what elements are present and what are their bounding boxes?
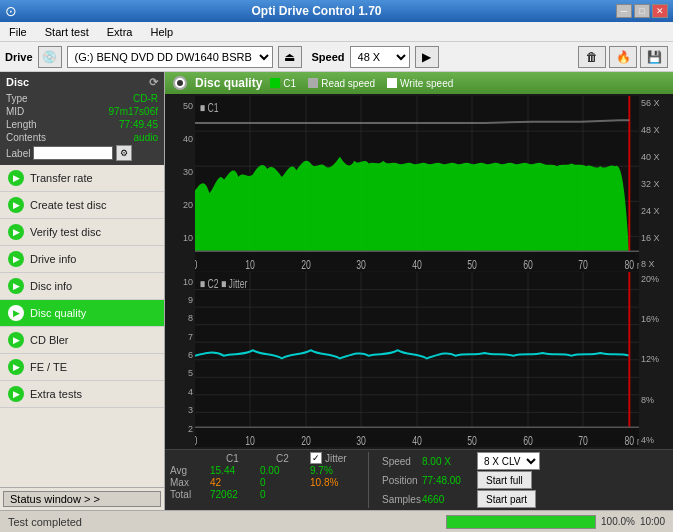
status-window-button[interactable]: Status window > > [3, 491, 161, 507]
progress-pct: 100.0% [601, 516, 635, 527]
start-full-button[interactable]: Start full [477, 471, 532, 489]
speed-label: Speed [312, 51, 345, 63]
contents-value: audio [134, 132, 158, 143]
fe-te-icon: ▶ [8, 359, 24, 375]
drive-info-icon: ▶ [8, 251, 24, 267]
svg-text:50: 50 [467, 433, 477, 447]
chart-legend: C1 Read speed Write speed [270, 78, 453, 89]
extra-tests-label: Extra tests [30, 388, 82, 400]
sidebar-item-fe-te[interactable]: ▶ FE / TE [0, 354, 164, 381]
svg-text:min: min [637, 260, 639, 272]
sidebar-item-create-test-disc[interactable]: ▶ Create test disc [0, 192, 164, 219]
avg-c1-value: 15.44 [210, 465, 255, 476]
drive-icon-btn[interactable]: 💿 [38, 46, 62, 68]
legend-write-speed-label: Write speed [400, 78, 453, 89]
svg-text:30: 30 [356, 433, 366, 447]
sidebar-item-disc-info[interactable]: ▶ Disc info [0, 273, 164, 300]
chart1-y-right: 56 X48 X40 X32 X24 X16 X8 X [639, 96, 671, 272]
position-value: 77:48.00 [422, 475, 467, 486]
menu-file[interactable]: File [5, 25, 31, 39]
speed-info-label: Speed [382, 456, 417, 467]
save-button[interactable]: 💾 [640, 46, 668, 68]
disc-quality-label: Disc quality [30, 307, 86, 319]
jitter-checkbox[interactable]: ✓ [310, 452, 322, 464]
titlebar: ⊙ Opti Drive Control 1.70 ─ □ ✕ [0, 0, 673, 22]
svg-text:10: 10 [245, 433, 255, 447]
svg-text:80: 80 [625, 433, 635, 447]
maximize-button[interactable]: □ [634, 4, 650, 18]
status-text: Test completed [0, 516, 446, 528]
speed-arrow-btn[interactable]: ▶ [415, 46, 439, 68]
max-c1-value: 42 [210, 477, 255, 488]
svg-text:■ C2  ■ Jitter: ■ C2 ■ Jitter [200, 276, 248, 290]
max-label: Max [170, 477, 205, 488]
chart-main-title: Disc quality [195, 76, 262, 90]
length-label: Length [6, 119, 37, 130]
disc-info-label: Disc info [30, 280, 72, 292]
erase-button[interactable]: 🗑 [578, 46, 606, 68]
create-test-disc-icon: ▶ [8, 197, 24, 213]
clv-select[interactable]: 8 X CLV [477, 452, 540, 470]
avg-jitter-value: 9.7% [310, 465, 355, 476]
menu-start-test[interactable]: Start test [41, 25, 93, 39]
eject-button[interactable]: ⏏ [278, 46, 302, 68]
label-settings-btn[interactable]: ⚙ [116, 145, 132, 161]
close-button[interactable]: ✕ [652, 4, 668, 18]
legend-c1: C1 [270, 78, 296, 89]
drive-info-label: Drive info [30, 253, 76, 265]
svg-text:0: 0 [195, 257, 198, 271]
app-title: Opti Drive Control 1.70 [17, 4, 616, 18]
create-test-disc-label: Create test disc [30, 199, 106, 211]
label-label: Label [6, 148, 30, 159]
chart2-y-right: 20%16%12%8%4% [639, 272, 671, 448]
sidebar-item-cd-bler[interactable]: ▶ CD Bler [0, 327, 164, 354]
legend-write-speed: Write speed [387, 78, 453, 89]
drive-select[interactable]: (G:) BENQ DVD DD DW1640 BSRB [67, 46, 273, 68]
chart2-svg-area: 0 10 20 30 40 50 60 70 80 min ■ C2 ■ Jit… [195, 272, 639, 448]
verify-test-disc-label: Verify test disc [30, 226, 101, 238]
charts-area: 5040302010 [165, 94, 673, 449]
jitter-checkbox-wrap: ✓ Jitter [310, 452, 347, 464]
burn-button[interactable]: 🔥 [609, 46, 637, 68]
main-area: Disc ⟳ Type CD-R MID 97m17s06f Length 77… [0, 72, 673, 510]
label-input-field[interactable] [33, 146, 113, 160]
start-part-button[interactable]: Start part [477, 490, 536, 508]
disc-quality-header-icon [173, 76, 187, 90]
legend-write-speed-box [387, 78, 397, 88]
sidebar-item-extra-tests[interactable]: ▶ Extra tests [0, 381, 164, 408]
sidebar-item-drive-info[interactable]: ▶ Drive info [0, 246, 164, 273]
minimize-button[interactable]: ─ [616, 4, 632, 18]
disc-panel-title: Disc [6, 76, 29, 89]
window-controls: ─ □ ✕ [616, 4, 668, 18]
chart2-svg: 0 10 20 30 40 50 60 70 80 min ■ C2 ■ Jit… [195, 272, 639, 448]
progress-area: 100.0% 10:00 [446, 515, 673, 529]
cd-bler-icon: ▶ [8, 332, 24, 348]
sidebar-item-verify-test-disc[interactable]: ▶ Verify test disc [0, 219, 164, 246]
svg-text:60: 60 [523, 257, 533, 271]
svg-text:50: 50 [467, 257, 477, 271]
type-label: Type [6, 93, 28, 104]
menu-help[interactable]: Help [146, 25, 177, 39]
menu-extra[interactable]: Extra [103, 25, 137, 39]
total-c1-value: 72062 [210, 489, 255, 500]
svg-text:40: 40 [412, 433, 422, 447]
stats-section-main: C1 C2 ✓ Jitter Avg 15.44 0.00 9.7% Max 4… [170, 452, 355, 508]
drive-label: Drive [5, 51, 33, 63]
fe-te-label: FE / TE [30, 361, 67, 373]
chart-header: Disc quality C1 Read speed Write speed [165, 72, 673, 94]
sidebar-item-disc-quality[interactable]: ▶ Disc quality [0, 300, 164, 327]
legend-read-speed: Read speed [308, 78, 375, 89]
transfer-rate-label: Transfer rate [30, 172, 93, 184]
total-label: Total [170, 489, 205, 500]
app-icon: ⊙ [5, 3, 17, 19]
progress-time: 10:00 [640, 516, 665, 527]
content-area: Disc quality C1 Read speed Write speed [165, 72, 673, 510]
contents-label: Contents [6, 132, 46, 143]
disc-quality-icon: ▶ [8, 305, 24, 321]
speed-select[interactable]: 48 X 40 X 32 X [350, 46, 410, 68]
svg-text:30: 30 [356, 257, 366, 271]
stats-bar: C1 C2 ✓ Jitter Avg 15.44 0.00 9.7% Max 4… [165, 449, 673, 510]
sidebar-item-transfer-rate[interactable]: ▶ Transfer rate [0, 165, 164, 192]
type-value: CD-R [133, 93, 158, 104]
disc-panel-arrow[interactable]: ⟳ [149, 76, 158, 89]
